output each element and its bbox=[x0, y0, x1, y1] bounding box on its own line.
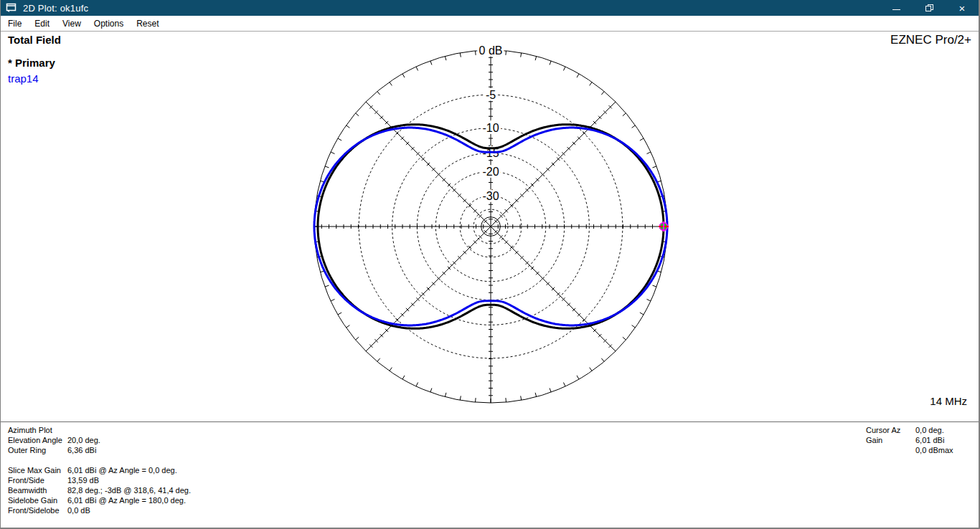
status-value: 6,01 dBi @ Az Angle = 0,0 deg. bbox=[67, 465, 177, 475]
trace-name-label: trap14 bbox=[8, 72, 39, 85]
polar-grid: 0 dB-5-10-15-20-30 bbox=[314, 44, 667, 404]
db-ring-label: -5 bbox=[486, 89, 496, 101]
restore-icon bbox=[925, 4, 933, 11]
close-button[interactable]: × bbox=[946, 0, 979, 16]
menu-reset[interactable]: Reset bbox=[135, 17, 160, 30]
status-value: 82,8 deg.; -3dB @ 318,6, 41,4 deg. bbox=[67, 485, 191, 495]
status-left-block: Azimuth Plot Elevation Angle20,0 deg. Ou… bbox=[8, 425, 191, 515]
status-label: Front/Side bbox=[8, 475, 67, 485]
db-ring-label: -30 bbox=[482, 190, 499, 202]
status-value: 6,36 dBi bbox=[67, 445, 96, 455]
menu-file[interactable]: File bbox=[6, 17, 23, 30]
status-label: Beamwidth bbox=[8, 485, 67, 495]
status-label: Outer Ring bbox=[8, 445, 67, 455]
plot-window: 2D Plot: ok1ufc × File Edit View Options… bbox=[0, 0, 980, 529]
menubar: File Edit View Options Reset bbox=[1, 16, 979, 32]
field-type-label: Total Field bbox=[8, 34, 61, 46]
status-label: Cursor Az bbox=[866, 425, 915, 435]
polar-plot[interactable]: 0 dB-5-10-15-20-30 bbox=[1, 32, 980, 421]
menu-edit[interactable]: Edit bbox=[33, 17, 51, 30]
minimize-button[interactable] bbox=[880, 0, 913, 16]
status-label: Front/Sidelobe bbox=[8, 505, 67, 515]
status-label: Gain bbox=[866, 435, 915, 445]
status-label: Sidelobe Gain bbox=[8, 495, 67, 505]
frequency-label: 14 MHz bbox=[930, 395, 967, 407]
status-value: 20,0 deg. bbox=[67, 435, 100, 445]
minimize-icon bbox=[892, 9, 900, 10]
status-value: 6,01 dBi @ Az Angle = 180,0 deg. bbox=[67, 495, 186, 505]
db-ring-label: -20 bbox=[482, 166, 499, 178]
status-label: Slice Max Gain bbox=[8, 465, 67, 475]
primary-trace-label: * Primary bbox=[8, 57, 55, 69]
status-right-block: Cursor Az0,0 deg. Gain6,01 dBi 0,0 dBmax bbox=[866, 425, 953, 455]
restore-button[interactable] bbox=[913, 0, 946, 16]
status-value: 0,0 dBmax bbox=[915, 445, 953, 455]
status-value: 6,01 dBi bbox=[915, 435, 944, 445]
db-ring-label: 0 dB bbox=[479, 44, 503, 57]
plot-area: 0 dB-5-10-15-20-30 Total Field * Primary… bbox=[1, 32, 979, 421]
app-brand-label: EZNEC Pro/2+ bbox=[890, 33, 971, 47]
window-form-icon bbox=[6, 3, 17, 13]
status-label bbox=[866, 445, 915, 455]
status-value: 0,0 deg. bbox=[915, 425, 944, 435]
titlebar[interactable]: 2D Plot: ok1ufc × bbox=[1, 0, 979, 16]
status-panel: Azimuth Plot Elevation Angle20,0 deg. Ou… bbox=[1, 423, 979, 528]
status-label: Elevation Angle bbox=[8, 435, 67, 445]
db-ring-label: -10 bbox=[482, 122, 499, 134]
status-label: Azimuth Plot bbox=[8, 425, 67, 435]
menu-view[interactable]: View bbox=[61, 17, 83, 30]
status-value: 13,59 dB bbox=[67, 475, 99, 485]
status-value: 0,0 dB bbox=[67, 505, 90, 515]
window-title: 2D Plot: ok1ufc bbox=[23, 3, 88, 14]
status-label bbox=[8, 455, 67, 465]
menu-options[interactable]: Options bbox=[93, 17, 125, 30]
close-icon: × bbox=[959, 3, 966, 14]
